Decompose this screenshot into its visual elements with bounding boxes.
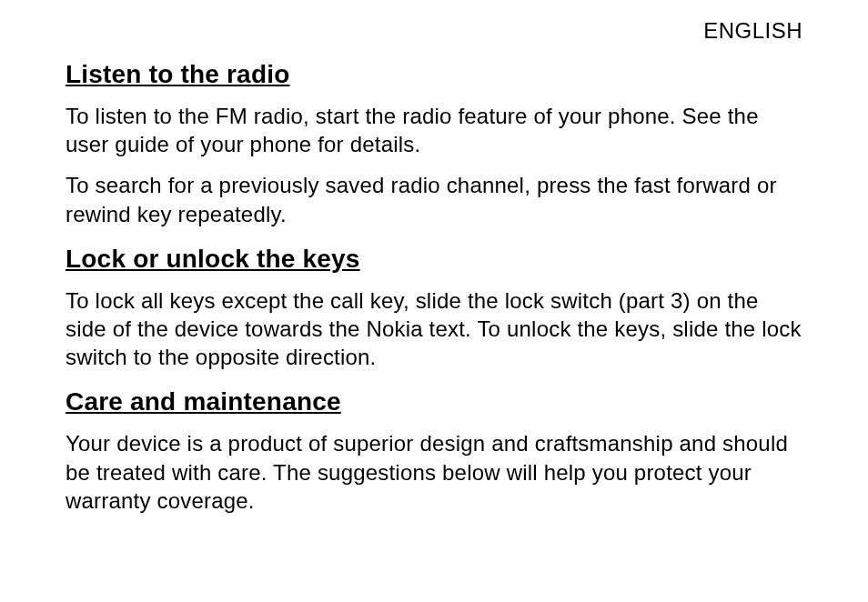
section-heading-radio: Listen to the radio [66, 60, 802, 89]
document-page: ENGLISH Listen to the radio To listen to… [0, 0, 868, 546]
language-label: ENGLISH [66, 18, 802, 44]
body-paragraph: To listen to the FM radio, start the rad… [66, 102, 802, 158]
section-heading-lock: Lock or unlock the keys [66, 245, 802, 274]
body-paragraph: To search for a previously saved radio c… [66, 171, 802, 227]
section-heading-care: Care and maintenance [66, 387, 802, 416]
body-paragraph: Your device is a product of superior des… [66, 429, 802, 515]
body-paragraph: To lock all keys except the call key, sl… [66, 286, 802, 372]
